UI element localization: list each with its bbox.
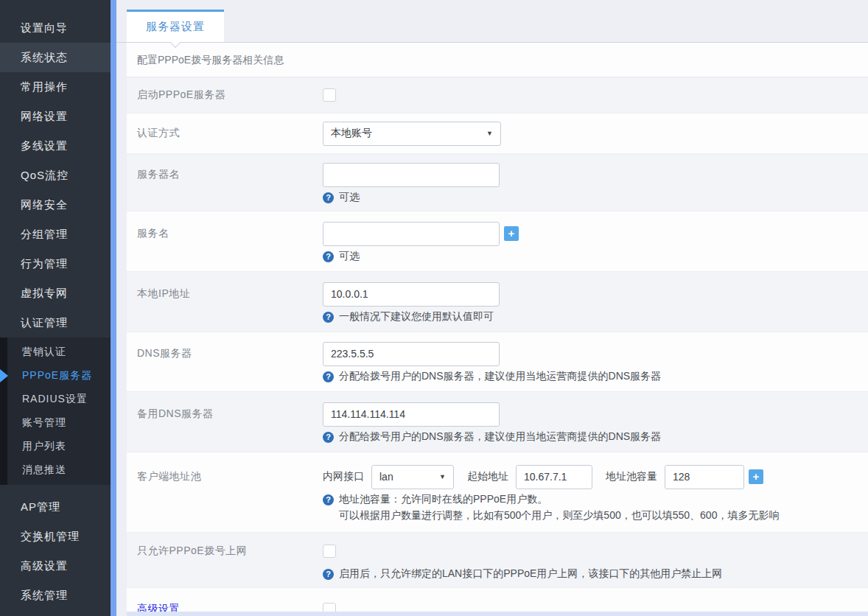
help-icon: ?: [323, 371, 334, 382]
advanced-settings-checkbox[interactable]: [323, 603, 336, 612]
sidebar-nav-bottom: AP管理 交换机管理 高级设置 系统管理: [0, 492, 111, 610]
auth-method-select[interactable]: 本地账号 ▼: [323, 122, 501, 146]
local-ip-input[interactable]: [323, 282, 500, 307]
panel-wrap: 配置PPPoE拨号服务器相关信息 启动PPPoE服务器 认证方式: [127, 43, 868, 616]
enable-pppoe-server-checkbox[interactable]: [323, 88, 336, 102]
pool-hint-line2: 可以根据用户数量进行调整，比如有500个用户，则至少填500，也可以填550、6…: [339, 508, 868, 523]
sidebar-item-auth-management[interactable]: 认证管理: [0, 308, 111, 337]
form-row-client-address-pool: 客户端地址池 内网接口 lan ▼ 起始地址 地址池容: [127, 452, 868, 533]
server-name-input[interactable]: [323, 163, 500, 187]
tab-label: 服务器设置: [146, 20, 205, 34]
tab-strip: 服务器设置: [116, 0, 868, 43]
form-row-local-ip: 本地IP地址 ? 一般情况下建议您使用默认值即可: [127, 272, 868, 332]
field-label-pppoe-only: 只允许PPPoE拨号上网: [137, 539, 323, 564]
sidebar-item-qos[interactable]: QoS流控: [0, 161, 111, 190]
field-label-backup-dns-server: 备用DNS服务器: [137, 402, 323, 427]
backup-dns-server-hint: 分配给拨号用户的DNS服务器，建议使用当地运营商提供的DNS服务器: [339, 430, 661, 444]
lan-interface-label: 内网接口: [323, 470, 364, 483]
lan-interface-selected-value: lan: [379, 471, 393, 483]
main-content: 服务器设置 配置PPPoE拨号服务器相关信息 启动PPPoE服务器: [116, 0, 868, 616]
submenu-item-radius-settings[interactable]: RADIUS设置: [7, 388, 111, 411]
app-window: 设置向导 系统状态 常用操作 网络设置 多线设置 QoS流控 网络安全 分组管理…: [0, 0, 868, 616]
sidebar-item-network-settings[interactable]: 网络设置: [0, 102, 111, 131]
add-address-pool-button[interactable]: +: [749, 469, 763, 484]
sidebar-item-vpn[interactable]: 虚拟专网: [0, 279, 111, 308]
help-icon: ?: [323, 192, 334, 203]
dns-server-hint: 分配给拨号用户的DNS服务器，建议使用当地运营商提供的DNS服务器: [339, 370, 661, 383]
form-row-server-name: 服务器名 ? 可选: [127, 154, 868, 211]
help-icon: ?: [323, 569, 334, 580]
sidebar-item-multiline-settings[interactable]: 多线设置: [0, 131, 111, 161]
sidebar-content-divider: [111, 0, 116, 616]
advanced-settings-link[interactable]: 高级设置: [137, 597, 323, 612]
sidebar-item-behavior-management[interactable]: 行为管理: [0, 249, 111, 279]
sidebar-item-advanced-settings[interactable]: 高级设置: [0, 551, 111, 581]
form-row-enable-server: 启动PPPoE服务器: [127, 77, 868, 113]
sidebar-item-network-security[interactable]: 网络安全: [0, 190, 111, 220]
sidebar-item-switch-management[interactable]: 交换机管理: [0, 522, 111, 551]
field-label-server-name: 服务器名: [137, 162, 323, 187]
service-name-input[interactable]: [323, 222, 500, 246]
sidebar: 设置向导 系统状态 常用操作 网络设置 多线设置 QoS流控 网络安全 分组管理…: [0, 0, 111, 616]
field-label-enable-server: 启动PPPoE服务器: [137, 83, 323, 108]
submenu-item-message-push[interactable]: 消息推送: [7, 458, 111, 482]
lan-interface-select[interactable]: lan ▼: [371, 465, 454, 489]
submenu-item-marketing-auth[interactable]: 营销认证: [7, 340, 111, 364]
form-row-pppoe-only: 只允许PPPoE拨号上网 ? 启用后，只允许绑定的LAN接口下的PPPoE用户上…: [127, 533, 868, 588]
dropdown-arrow-icon: ▼: [486, 130, 493, 137]
form-row-dns-server: DNS服务器 ? 分配给拨号用户的DNS服务器，建议使用当地运营商提供的DNS服…: [127, 332, 868, 392]
sidebar-item-group-management[interactable]: 分组管理: [0, 220, 111, 249]
dns-server-input[interactable]: [323, 342, 500, 366]
service-name-hint: 可选: [339, 250, 360, 263]
form-description: 配置PPPoE拨号服务器相关信息: [127, 43, 868, 77]
form-row-advanced-settings: 高级设置: [127, 588, 868, 612]
active-item-arrow-icon: [0, 369, 8, 382]
sidebar-item-common-operations[interactable]: 常用操作: [0, 72, 111, 102]
field-label-dns-server: DNS服务器: [137, 341, 323, 366]
submenu-item-account-management[interactable]: 账号管理: [7, 411, 111, 435]
start-address-label: 起始地址: [467, 470, 508, 483]
field-label-service-name: 服务名: [137, 221, 323, 246]
local-ip-hint: 一般情况下建议您使用默认值即可: [339, 310, 494, 323]
form-row-backup-dns-server: 备用DNS服务器 ? 分配给拨号用户的DNS服务器，建议使用当地运营商提供的DN…: [127, 392, 868, 452]
help-icon: ?: [323, 312, 334, 323]
backup-dns-server-input[interactable]: [323, 402, 500, 427]
submenu-item-pppoe-server[interactable]: PPPoE服务器: [7, 364, 111, 388]
submenu-item-label: PPPoE服务器: [22, 369, 92, 382]
pool-size-label: 地址池容量: [606, 470, 657, 483]
pool-size-input[interactable]: [665, 465, 744, 489]
help-icon: ?: [323, 251, 334, 262]
help-icon: ?: [323, 432, 334, 443]
tab-server-settings[interactable]: 服务器设置: [127, 10, 224, 42]
sidebar-submenu-auth: 营销认证 PPPoE服务器 RADIUS设置 账号管理 用户列表 消息推送: [0, 337, 111, 485]
field-label-client-address-pool: 客户端地址池: [137, 464, 323, 489]
help-icon: ?: [323, 494, 334, 505]
pool-hint-line1: 地址池容量：允许同时在线的PPPoE用户数。: [339, 493, 547, 506]
sidebar-item-setup-wizard[interactable]: 设置向导: [0, 13, 111, 43]
server-name-hint: 可选: [339, 191, 360, 204]
pppoe-only-checkbox[interactable]: [323, 545, 336, 558]
field-label-local-ip: 本地IP地址: [137, 281, 323, 307]
form-row-service-name: 服务名 + ? 可选: [127, 211, 868, 272]
auth-method-selected-value: 本地账号: [331, 127, 372, 140]
add-service-name-button[interactable]: +: [504, 226, 519, 241]
pppoe-only-hint: 启用后，只允许绑定的LAN接口下的PPPoE用户上网，该接口下的其他用户禁止上网: [339, 567, 722, 581]
form-row-auth-method: 认证方式 本地账号 ▼: [127, 113, 868, 154]
field-label-auth-method: 认证方式: [137, 121, 323, 146]
dropdown-arrow-icon: ▼: [439, 473, 446, 480]
pppoe-server-form: 配置PPPoE拨号服务器相关信息 启动PPPoE服务器 认证方式: [127, 43, 868, 612]
sidebar-nav-top: 设置向导 系统状态 常用操作 网络设置 多线设置 QoS流控 网络安全 分组管理…: [0, 0, 111, 337]
panel-bottom-strip: [127, 612, 868, 616]
start-address-input[interactable]: [516, 465, 592, 489]
sidebar-item-system-status[interactable]: 系统状态: [0, 43, 111, 72]
submenu-item-user-list[interactable]: 用户列表: [7, 435, 111, 458]
sidebar-item-ap-management[interactable]: AP管理: [0, 492, 111, 522]
sidebar-item-system-management[interactable]: 系统管理: [0, 581, 111, 610]
